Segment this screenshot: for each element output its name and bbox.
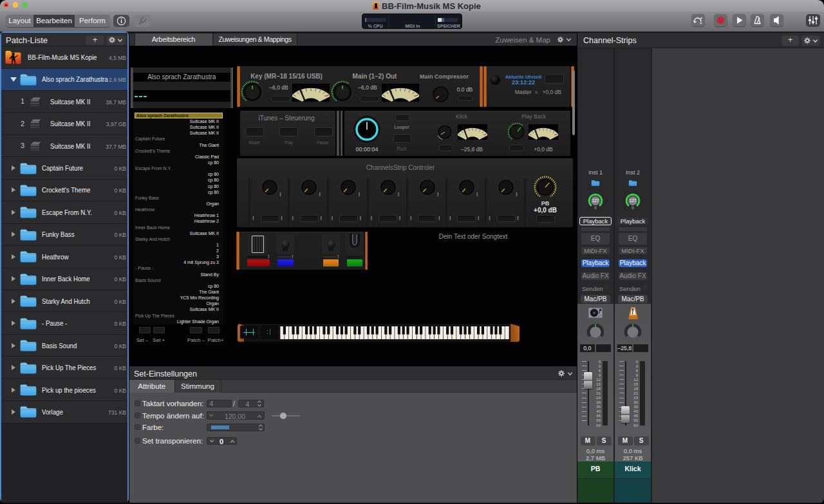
svg-text:127: 127 xyxy=(630,198,637,203)
svg-text:127: 127 xyxy=(592,198,599,203)
